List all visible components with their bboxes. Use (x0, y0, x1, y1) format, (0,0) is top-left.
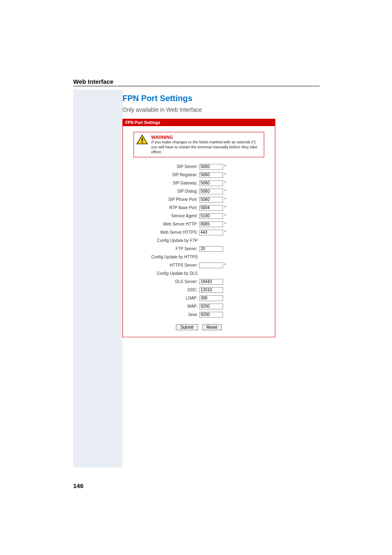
group-label-ftp: Config Update by FTP (128, 238, 199, 243)
input-ldap[interactable] (199, 295, 223, 301)
panel-title: FPN Port Settings (123, 119, 275, 126)
asterisk-icon: * (224, 189, 226, 193)
asterisk-icon: * (224, 214, 226, 218)
warning-icon (136, 135, 148, 145)
input-rtp-base-port[interactable] (199, 205, 223, 211)
input-web-https[interactable] (199, 230, 223, 235)
page-number: 146 (73, 482, 83, 489)
asterisk-icon: * (224, 230, 226, 235)
svg-rect-2 (142, 142, 143, 143)
label-https-server: HTTPS Server: (128, 263, 199, 267)
reset-button[interactable]: Reset (202, 324, 222, 330)
label-web-http: Web Server HTTP: (128, 222, 199, 226)
svg-rect-1 (142, 138, 143, 141)
input-java[interactable] (199, 312, 223, 318)
label-sip-gateway: SIP Gateway: (128, 181, 199, 185)
submit-button[interactable]: Submit (176, 324, 198, 330)
input-sip-server[interactable] (199, 164, 223, 170)
asterisk-icon: * (224, 222, 226, 226)
label-service-agent: Service Agent: (128, 214, 199, 218)
warning-heading: WARNING (151, 135, 260, 140)
asterisk-icon: * (224, 181, 226, 185)
left-margin-band (73, 90, 122, 467)
input-dls-server[interactable] (199, 279, 223, 285)
label-ldap: LDAP: (128, 296, 199, 300)
asterisk-icon: * (224, 205, 226, 210)
label-rtp-base-port: RTP Base Port: (128, 205, 199, 210)
input-wap[interactable] (199, 304, 223, 309)
asterisk-icon: * (224, 173, 226, 177)
warning-box: WARNING If you make changes to the field… (134, 132, 264, 157)
input-sip-dialog[interactable] (199, 189, 223, 194)
asterisk-icon: * (224, 263, 226, 267)
page-title: FPN Port Settings (122, 94, 320, 103)
label-sip-phone-port: SIP Phone Port: (128, 197, 199, 202)
label-wap: WAP: (128, 304, 199, 309)
warning-body: If you make changes to the fields marked… (151, 140, 260, 154)
input-sip-phone-port[interactable] (199, 197, 223, 203)
asterisk-icon: * (224, 197, 226, 202)
label-gdc: GDC: (128, 288, 199, 292)
breadcrumb: Web Interface (73, 78, 392, 85)
label-sip-registrar: SIP Registrar: (128, 173, 199, 177)
input-ftp-server[interactable] (199, 246, 223, 252)
label-dls-server: DLS Server: (128, 279, 199, 284)
input-sip-gateway[interactable] (199, 180, 223, 186)
group-label-https: Config Update by HTTPS (128, 255, 199, 259)
group-label-dls: Config Update by DLS (128, 271, 199, 276)
label-web-https: Web Server HTTPS: (128, 230, 199, 235)
input-sip-registrar[interactable] (199, 172, 223, 178)
label-sip-dialog: SIP Dialog: (128, 189, 199, 193)
page-subtitle: Only available in Web Interface (122, 106, 320, 113)
input-web-http[interactable] (199, 221, 223, 227)
label-java: Java: (128, 312, 199, 317)
input-gdc[interactable] (199, 287, 223, 293)
header-divider (73, 86, 320, 86)
input-service-agent[interactable] (199, 213, 223, 219)
label-ftp-server: FTP Server: (128, 246, 199, 251)
fpn-port-settings-panel: FPN Port Settings WARNING If you make ch… (122, 119, 275, 337)
label-sip-server: SIP Server: (128, 164, 199, 169)
asterisk-icon: * (224, 164, 226, 169)
input-https-server[interactable] (199, 263, 223, 268)
